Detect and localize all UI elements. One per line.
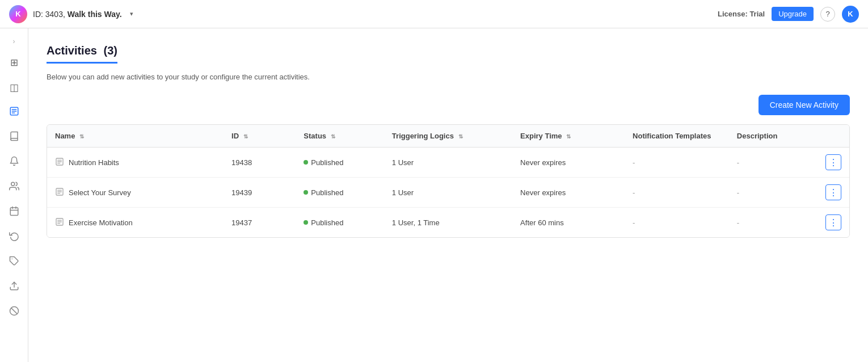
cell-action-0: ⋮	[818, 148, 849, 178]
activity-icon-2	[55, 217, 64, 228]
study-name: Walk this Way.	[68, 10, 122, 19]
cell-desc-2: -	[729, 208, 818, 238]
cell-name-2: Exercise Motivation	[47, 208, 224, 238]
table-row: Nutrition Habits 19438 Published 1 User …	[47, 148, 849, 178]
page-title-count: (3)	[104, 44, 117, 57]
bell-icon	[9, 156, 19, 169]
book-icon	[9, 131, 19, 144]
sidebar-item-bell[interactable]	[3, 151, 26, 174]
row-action-button-2[interactable]: ⋮	[825, 214, 841, 230]
sidebar: › ⊞ ◫	[0, 28, 28, 362]
status-dot-0	[304, 160, 308, 165]
users-icon	[9, 181, 19, 194]
cell-action-1: ⋮	[818, 178, 849, 208]
sidebar-item-book[interactable]	[3, 126, 26, 149]
sidebar-item-users[interactable]	[3, 176, 26, 199]
sidebar-collapse-arrow[interactable]: ›	[13, 37, 15, 45]
col-header-action	[818, 125, 849, 148]
page-title: Activities (3)	[47, 44, 117, 64]
sidebar-item-layers[interactable]: ◫	[3, 76, 26, 99]
activity-icon-1	[55, 187, 64, 198]
svg-rect-5	[10, 208, 18, 216]
page-description: Below you can add new activities to your…	[47, 73, 850, 81]
history-icon	[9, 231, 19, 244]
cell-notif-2: -	[625, 208, 729, 238]
cell-expiry-0: Never expires	[512, 148, 625, 178]
cell-status-2: Published	[296, 208, 384, 238]
sort-icon-name: ⇅	[79, 133, 84, 140]
chevron-down-icon[interactable]: ▾	[130, 10, 133, 18]
status-dot-1	[304, 190, 308, 195]
sort-icon-status: ⇅	[331, 133, 335, 140]
create-activity-button[interactable]: Create New Activity	[759, 95, 850, 115]
cell-status-0: Published	[296, 148, 384, 178]
table-row: Exercise Motivation 19437 Published 1 Us…	[47, 208, 849, 238]
sidebar-item-home[interactable]: ⊞	[3, 51, 26, 74]
logo: K	[9, 5, 27, 23]
cell-trigger-2: 1 User, 1 Time	[384, 208, 512, 238]
toolbar: Create New Activity	[47, 95, 850, 115]
cell-status-1: Published	[296, 178, 384, 208]
cell-desc-1: -	[729, 178, 818, 208]
activities-table: Name ⇅ ID ⇅ Status ⇅ Triggering Logics ⇅	[47, 125, 849, 237]
col-header-status[interactable]: Status ⇅	[296, 125, 384, 148]
cell-notif-0: -	[625, 148, 729, 178]
cell-trigger-1: 1 User	[384, 178, 512, 208]
topbar-right: License: Trial Upgrade ? K	[718, 6, 859, 23]
cell-expiry-2: After 60 mins	[512, 208, 625, 238]
license-label: License:	[718, 10, 748, 18]
col-header-notification: Notification Templates	[625, 125, 729, 148]
sort-icon-id: ⇅	[243, 133, 248, 140]
license-info: License: Trial	[718, 10, 765, 18]
cell-name-1: Select Your Survey	[47, 178, 224, 208]
cell-id-1: 19439	[224, 178, 296, 208]
sort-icon-trigger: ⇅	[458, 133, 463, 140]
sort-icon-expiry: ⇅	[566, 133, 571, 140]
table-row: Select Your Survey 19439 Published 1 Use…	[47, 178, 849, 208]
cell-id-0: 19438	[224, 148, 296, 178]
cell-id-2: 19437	[224, 208, 296, 238]
status-dot-2	[304, 220, 308, 225]
sidebar-item-settings[interactable]	[3, 301, 26, 323]
help-button[interactable]: ?	[820, 7, 835, 22]
table-header: Name ⇅ ID ⇅ Status ⇅ Triggering Logics ⇅	[47, 125, 849, 148]
cell-notif-1: -	[625, 178, 729, 208]
calendar-icon	[9, 206, 19, 219]
topbar: K ID: 3403, Walk this Way. ▾ License: Tr…	[0, 0, 868, 28]
puzzle-icon	[9, 256, 19, 269]
page-title-text: Activities	[47, 44, 97, 57]
svg-line-12	[11, 308, 17, 314]
cell-desc-0: -	[729, 148, 818, 178]
avatar[interactable]: K	[842, 6, 859, 23]
main-content: Activities (3) Below you can add new act…	[28, 28, 868, 362]
col-header-name[interactable]: Name ⇅	[47, 125, 224, 148]
home-icon: ⊞	[10, 57, 18, 69]
activities-table-container: Name ⇅ ID ⇅ Status ⇅ Triggering Logics ⇅	[47, 124, 850, 238]
sidebar-item-export[interactable]	[3, 276, 26, 298]
slash-icon	[9, 306, 19, 319]
upload-icon	[9, 281, 19, 294]
svg-point-4	[11, 182, 14, 186]
activity-icon-0	[55, 157, 64, 168]
study-id-text: ID: 3403,	[33, 10, 65, 19]
document-icon	[9, 106, 19, 119]
sidebar-item-calendar[interactable]	[3, 201, 26, 224]
table-header-row: Name ⇅ ID ⇅ Status ⇅ Triggering Logics ⇅	[47, 125, 849, 148]
topbar-left: K ID: 3403, Walk this Way. ▾	[9, 5, 133, 23]
col-header-expiry[interactable]: Expiry Time ⇅	[512, 125, 625, 148]
row-action-button-1[interactable]: ⋮	[825, 184, 841, 200]
cell-action-2: ⋮	[818, 208, 849, 238]
layers-icon: ◫	[10, 82, 19, 94]
row-action-button-0[interactable]: ⋮	[825, 154, 841, 170]
cell-trigger-0: 1 User	[384, 148, 512, 178]
table-body: Nutrition Habits 19438 Published 1 User …	[47, 148, 849, 238]
cell-name-0: Nutrition Habits	[47, 148, 224, 178]
col-header-trigger[interactable]: Triggering Logics ⇅	[384, 125, 512, 148]
upgrade-button[interactable]: Upgrade	[772, 7, 814, 21]
sidebar-item-history[interactable]	[3, 226, 26, 249]
sidebar-item-activities[interactable]	[3, 101, 26, 124]
sidebar-item-integrations[interactable]	[3, 251, 26, 273]
col-header-description: Description	[729, 125, 818, 148]
col-header-id[interactable]: ID ⇅	[224, 125, 296, 148]
cell-expiry-1: Never expires	[512, 178, 625, 208]
